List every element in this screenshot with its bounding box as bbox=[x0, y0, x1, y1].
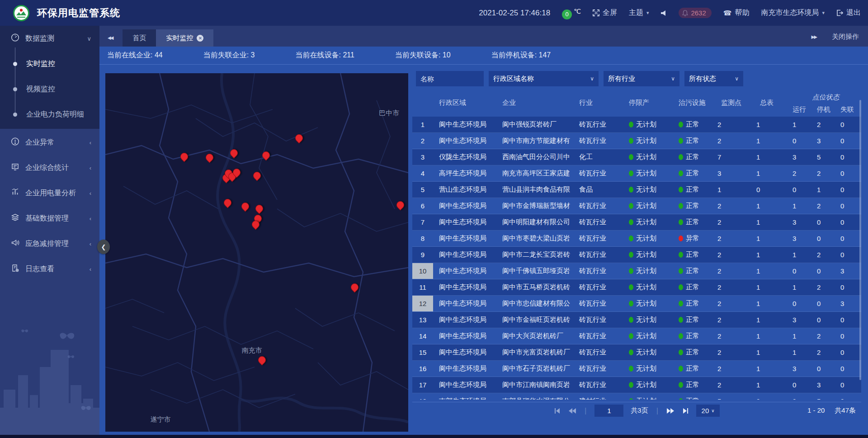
org-label: 南充市生态环境局 bbox=[761, 8, 819, 18]
map-city-label: 南充市 bbox=[242, 346, 262, 354]
prev-page-button[interactable] bbox=[568, 408, 576, 414]
table-row[interactable]: 14阆中生态环境局阆中大兴页岩机砖厂砖瓦行业无计划正常21120 bbox=[412, 328, 861, 344]
cell-running: 3 bbox=[790, 361, 815, 377]
table-row[interactable]: 15阆中生态环境局阆中市光富页岩机砖厂砖瓦行业无计划正常21120 bbox=[412, 344, 861, 361]
megaphone-icon bbox=[11, 239, 19, 249]
right-panel: 行政区域名称 ∨ 所有行业 ∨ 所有状态 ∨ 行政区域 企业 行业 bbox=[412, 71, 861, 419]
cell-disconnected: 0 bbox=[838, 214, 861, 230]
fullscreen-button[interactable]: 全屏 bbox=[593, 8, 617, 18]
status-dot-icon bbox=[679, 382, 683, 388]
chevron-down-icon: ▾ bbox=[822, 10, 825, 16]
cell-total-meters: 1 bbox=[754, 279, 790, 295]
table-scrollbar[interactable] bbox=[859, 100, 861, 380]
tab-close-icon[interactable]: ✕ bbox=[197, 35, 203, 42]
tabs-scroll-left-icon[interactable]: ◀◀ bbox=[108, 35, 113, 40]
status-dot-icon bbox=[679, 170, 683, 176]
cell-stopped: 0 bbox=[815, 296, 838, 311]
first-page-button[interactable] bbox=[554, 408, 561, 414]
volume-button[interactable] bbox=[660, 10, 667, 16]
status-dot-icon bbox=[679, 203, 683, 209]
table-row[interactable]: 17阆中生态环境局阆中市江南镇阆南页岩砖瓦行业无计划正常21030 bbox=[412, 377, 861, 393]
cell-pollution-facility: 正常 bbox=[673, 133, 715, 149]
exit-button[interactable]: 退出 bbox=[836, 8, 861, 18]
main-content: 当前在线企业: 44 当前失联企业: 3 当前在线设备: 211 当前失联设备:… bbox=[99, 47, 868, 435]
sidebar-item-video-monitor[interactable]: 视频监控 bbox=[0, 76, 99, 102]
cell-disconnected: 0 bbox=[838, 328, 861, 344]
help-label: 帮助 bbox=[735, 8, 749, 18]
table-row[interactable]: 4高坪生态环境局南充市高坪区王家店建砖瓦行业无计划正常31220 bbox=[412, 165, 861, 182]
cell-running: 1 bbox=[790, 328, 815, 344]
help-button[interactable]: ☎ 帮助 bbox=[723, 8, 750, 18]
sidebar-item-emergency-reduction[interactable]: 应急减排管理 ‹ bbox=[0, 231, 99, 256]
cell-running: 0 bbox=[790, 133, 815, 149]
sidebar-item-company-statistics[interactable]: 企业综合统计 ‹ bbox=[0, 155, 99, 180]
cell-stopped: 3 bbox=[815, 377, 838, 393]
skyline-decoration bbox=[0, 322, 99, 435]
cell-company: 阆中市忠信建材有限公 bbox=[496, 296, 573, 311]
name-filter-input[interactable] bbox=[416, 71, 484, 86]
notification-badge[interactable]: 2632 bbox=[679, 8, 711, 18]
table-row[interactable]: 13阆中生态环境局阆中市金福旺页岩机砖砖瓦行业无计划正常21300 bbox=[412, 312, 861, 328]
cell-company: 阆中市枣碧大梁山页岩 bbox=[496, 231, 573, 246]
map-panel[interactable]: 巴中市南充市遂宁市 bbox=[105, 73, 408, 432]
cell-limit-production: 无计划 bbox=[623, 328, 673, 344]
table-row[interactable]: 16阆中生态环境局阆中市石子页岩机砖厂砖瓦行业无计划正常21300 bbox=[412, 361, 861, 377]
table-row[interactable]: 1阆中生态环境局阆中强锐页岩砖厂砖瓦行业无计划正常21120 bbox=[412, 117, 861, 133]
org-dropdown[interactable]: 南充市生态环境局 ▾ bbox=[761, 8, 825, 18]
table-row[interactable]: 5营山生态环境局营山县润丰肉食品有限食品无计划正常10010 bbox=[412, 182, 861, 198]
next-page-button[interactable] bbox=[666, 408, 675, 414]
page-size-select[interactable]: 20 ∨ bbox=[696, 405, 720, 417]
cell-industry: 砖瓦行业 bbox=[573, 247, 623, 263]
last-page-button[interactable] bbox=[682, 408, 689, 414]
theme-button[interactable]: 主题 ▾ bbox=[629, 8, 649, 18]
cell-pollution-facility: 正常 bbox=[673, 214, 715, 230]
page-number-input[interactable] bbox=[594, 405, 623, 417]
chevron-left-icon: ‹ bbox=[90, 215, 91, 222]
cell-limit-production: 无计划 bbox=[623, 198, 673, 214]
table-row[interactable]: 18南部生态环境局南部县砌华水泥有限公建材行业无计划正常50050 bbox=[412, 393, 861, 400]
cell-company: 阆中明阳建材有限公司 bbox=[496, 214, 573, 230]
table-row[interactable]: 3仪陇生态环境局西南油气田分公司川中化工无计划正常71350 bbox=[412, 149, 861, 165]
table-header: 行政区域 企业 行业 停限产 治污设施 监测点 总表 点位状态 运行 停机 失联 bbox=[412, 89, 861, 117]
table-row[interactable]: 6阆中生态环境局阆中市金博瑞新型墙材砖瓦行业无计划正常21120 bbox=[412, 198, 861, 214]
close-operations-button[interactable]: 关闭操作 bbox=[832, 33, 859, 41]
cell-limit-production: 无计划 bbox=[623, 117, 673, 132]
sidebar-item-log-view[interactable]: 日志查看 ‹ bbox=[0, 256, 99, 282]
fullscreen-icon bbox=[593, 9, 599, 16]
sidebar-item-realtime-monitor[interactable]: 实时监控 bbox=[0, 51, 99, 76]
bullet-dot-icon bbox=[13, 62, 17, 66]
table-row[interactable]: 11阆中生态环境局阆中市五马桥页岩机砖砖瓦行业无计划正常21120 bbox=[412, 279, 861, 296]
cell-pollution-facility: 正常 bbox=[673, 296, 715, 311]
alert-circle-icon bbox=[11, 137, 19, 148]
table-row[interactable]: 12阆中生态环境局阆中市忠信建材有限公砖瓦行业无计划正常21003 bbox=[412, 296, 861, 312]
table-row[interactable]: 2阆中生态环境局阆中市南方节能建材有砖瓦行业无计划正常21030 bbox=[412, 133, 861, 149]
cell-running: 1 bbox=[790, 198, 815, 214]
status-dot-icon bbox=[629, 398, 633, 400]
cell-running: 3 bbox=[790, 214, 815, 230]
cell-monitor-points: 2 bbox=[715, 263, 754, 279]
industry-filter-select[interactable]: 所有行业 ∨ bbox=[604, 71, 679, 86]
table-row[interactable]: 8阆中生态环境局阆中市枣碧大梁山页岩砖瓦行业无计划异常21300 bbox=[412, 231, 861, 247]
table-row[interactable]: 9阆中生态环境局阆中市二龙长宝页岩砖砖瓦行业无计划正常21120 bbox=[412, 247, 861, 263]
cell-company: 阆中千佛镇五郎垭页岩 bbox=[496, 263, 573, 279]
sidebar-collapse-handle[interactable]: ❮ bbox=[97, 240, 110, 254]
cell-stopped: 2 bbox=[815, 344, 838, 360]
cell-running: 1 bbox=[790, 117, 815, 132]
sidebar-item-base-data[interactable]: 基础数据管理 ‹ bbox=[0, 206, 99, 231]
cell-region: 阆中生态环境局 bbox=[433, 279, 496, 295]
sidebar-item-power-load-detail[interactable]: 企业电力负荷明细 bbox=[0, 102, 99, 127]
region-filter-select[interactable]: 行政区域名称 ∨ bbox=[489, 71, 599, 86]
tab-home[interactable]: 首页 bbox=[123, 29, 156, 47]
col-row-number bbox=[412, 89, 433, 117]
tabs-scroll-right-icon[interactable]: ▶▶ bbox=[811, 34, 816, 39]
col-pollution-facility: 治污设施 bbox=[673, 89, 715, 117]
chevron-left-icon: ❮ bbox=[101, 244, 106, 250]
cell-stopped: 2 bbox=[815, 247, 838, 263]
sidebar: 数据监测 ∨ 实时监控 视频监控 企业电力负荷明细 bbox=[0, 26, 99, 435]
sidebar-item-company-abnormal[interactable]: 企业异常 ‹ bbox=[0, 130, 99, 155]
table-row[interactable]: 7阆中生态环境局阆中明阳建材有限公司砖瓦行业无计划正常21300 bbox=[412, 214, 861, 231]
status-filter-select[interactable]: 所有状态 ∨ bbox=[684, 71, 743, 86]
sidebar-item-power-analysis[interactable]: 企业用电量分析 ‹ bbox=[0, 180, 99, 206]
table-row[interactable]: 10阆中生态环境局阆中千佛镇五郎垭页岩砖瓦行业无计划正常21003 bbox=[412, 263, 861, 279]
tab-realtime-monitor[interactable]: 实时监控 ✕ bbox=[156, 29, 213, 47]
